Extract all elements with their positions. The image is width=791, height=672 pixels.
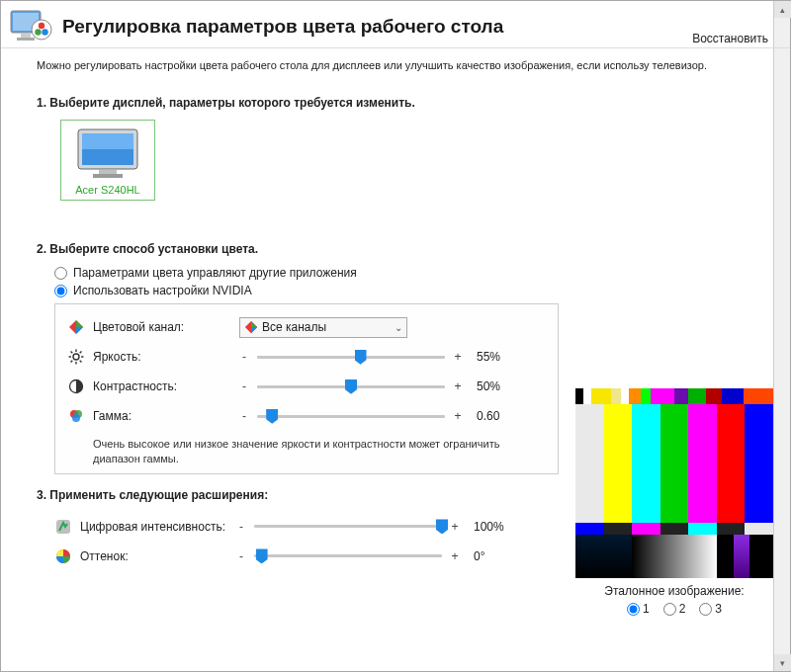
channel-selected: Все каналы — [262, 320, 326, 334]
vertical-scrollbar[interactable]: ▴ ▾ — [773, 1, 790, 671]
hue-value: 0° — [474, 549, 527, 563]
svg-rect-11 — [99, 170, 117, 174]
plus-icon: + — [453, 379, 463, 393]
vibrance-label: Цифровая интенсивность: — [80, 520, 228, 534]
plus-icon: + — [450, 520, 460, 534]
page-title: Регулировка параметров цвета рабочего ст… — [62, 16, 503, 38]
svg-point-5 — [39, 22, 44, 28]
radio-other-apps[interactable]: Параметрами цвета управляют другие прило… — [54, 266, 751, 280]
svg-line-25 — [80, 361, 82, 363]
gamma-icon — [67, 407, 85, 425]
svg-rect-10 — [82, 133, 133, 149]
plus-icon: + — [453, 409, 463, 423]
brightness-slider[interactable] — [257, 348, 445, 366]
minus-icon: - — [239, 379, 249, 393]
reference-radio-3[interactable]: 3 — [699, 602, 722, 616]
minus-icon: - — [239, 350, 249, 364]
hue-slider[interactable] — [254, 547, 442, 565]
svg-line-24 — [71, 352, 73, 354]
svg-point-31 — [72, 414, 80, 422]
gamma-slider[interactable] — [257, 407, 445, 425]
minus-icon: - — [236, 520, 246, 534]
svg-line-26 — [71, 361, 73, 363]
contrast-slider[interactable] — [257, 378, 445, 395]
svg-rect-2 — [21, 34, 31, 38]
contrast-value: 50% — [477, 379, 530, 393]
reference-radio-2[interactable]: 2 — [663, 602, 686, 616]
gamma-hint: Очень высокое или низкое значение яркост… — [93, 437, 546, 465]
plus-icon: + — [450, 549, 460, 563]
svg-point-19 — [73, 354, 79, 360]
color-panel: Цветовой канал: Все каналы ⌄ — [54, 303, 559, 474]
brightness-value: 55% — [477, 350, 530, 364]
scroll-down-button[interactable]: ▾ — [774, 654, 791, 671]
gamma-value: 0.60 — [477, 409, 530, 423]
reference-radio-1[interactable]: 1 — [627, 602, 650, 616]
gamma-label: Гамма: — [93, 409, 231, 423]
monitor-icon — [75, 126, 140, 180]
channel-label: Цветовой канал: — [93, 320, 231, 334]
minus-icon: - — [236, 549, 246, 563]
svg-rect-3 — [17, 38, 35, 41]
display-tile[interactable]: Acer S240HL — [60, 120, 155, 201]
svg-marker-18 — [251, 327, 257, 333]
channel-icon — [67, 318, 85, 336]
hue-label: Оттенок: — [80, 549, 228, 563]
svg-marker-17 — [251, 321, 257, 327]
minus-icon: - — [239, 409, 249, 423]
hue-icon — [54, 547, 72, 565]
section-2-title: 2. Выберите способ установки цвета. — [37, 242, 751, 256]
reference-image — [575, 388, 773, 578]
svg-point-7 — [42, 29, 47, 35]
vibrance-value: 100% — [474, 520, 527, 534]
contrast-label: Контрастность: — [93, 379, 231, 393]
vibrance-slider[interactable] — [254, 518, 442, 536]
reference-block: Эталонное изображение: 1 2 3 — [575, 388, 773, 616]
svg-point-6 — [35, 29, 41, 35]
header-icon — [9, 9, 56, 44]
channel-dropdown[interactable]: Все каналы ⌄ — [239, 317, 407, 338]
radio-other-apps-label: Параметрами цвета управляют другие прило… — [73, 266, 357, 280]
page-header: Регулировка параметров цвета рабочего ст… — [1, 1, 790, 48]
brightness-label: Яркость: — [93, 350, 231, 364]
chevron-down-icon: ⌄ — [395, 322, 402, 333]
reference-label: Эталонное изображение: — [575, 584, 773, 598]
svg-marker-15 — [76, 327, 83, 334]
section-1-title: 1. Выберите дисплей, параметры которого … — [37, 96, 751, 110]
svg-line-27 — [80, 352, 82, 354]
radio-nvidia[interactable]: Использовать настройки NVIDIA — [54, 284, 751, 297]
plus-icon: + — [453, 350, 463, 364]
intro-text: Можно регулировать настройки цвета рабоч… — [37, 58, 751, 72]
display-name: Acer S240HL — [75, 184, 140, 196]
vibrance-icon — [54, 518, 72, 536]
restore-link[interactable]: Восстановить — [692, 32, 768, 45]
brightness-icon — [67, 348, 85, 366]
svg-rect-12 — [93, 174, 123, 178]
svg-marker-14 — [76, 320, 83, 327]
contrast-icon — [67, 378, 85, 395]
radio-nvidia-label: Использовать настройки NVIDIA — [73, 284, 252, 297]
